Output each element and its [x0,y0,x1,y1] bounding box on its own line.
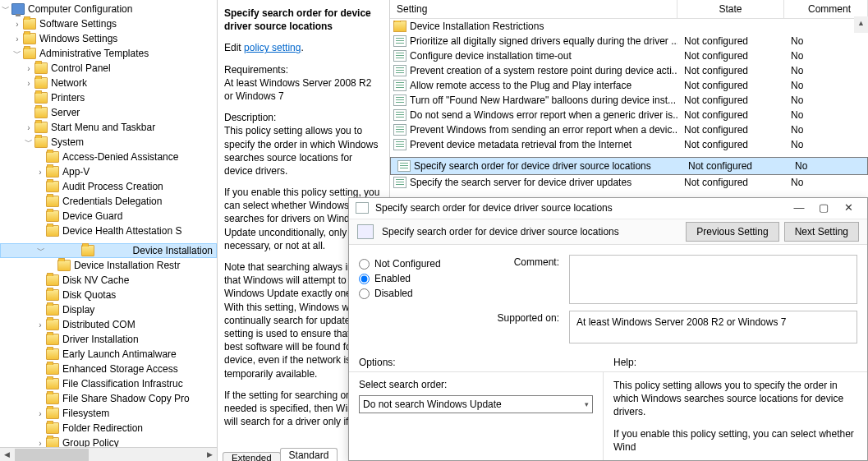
maximize-button[interactable]: ▢ [811,199,836,217]
previous-setting-button[interactable]: Previous Setting [686,222,778,242]
tree-item[interactable]: ›Distributed COM [0,317,217,332]
nav-tree[interactable]: ﹀Computer Configuration ›Software Settin… [0,0,218,461]
tree-item-selected[interactable]: ﹀Device Installation [0,243,217,258]
folder-icon [393,21,406,32]
list-row[interactable]: Device Installation Restrictions [390,19,868,34]
tree-item[interactable]: ›Software Settings [0,16,217,31]
tree-item[interactable]: Device Installation Restr [0,258,217,273]
tree-item[interactable]: Folder Redirection [0,421,217,436]
tree-item[interactable]: ›Control Panel [0,61,217,76]
search-order-select[interactable]: Do not search Windows Update▾ [359,395,593,413]
tree-item[interactable]: ﹀System [0,135,217,150]
tree-item[interactable]: File Share Shadow Copy Pro [0,391,217,406]
scroll-right-icon[interactable]: ▶ [203,448,217,462]
folder-icon [46,210,59,222]
folder-icon [46,422,59,434]
tree-item[interactable]: ﹀Administrative Templates [0,46,217,61]
list-row[interactable]: Prioritize all digitally signed drivers … [390,34,868,48]
folder-icon [46,304,59,316]
folder-icon [46,408,59,419]
dialog-titlebar[interactable]: Specify search order for device driver s… [349,198,867,219]
tree-item[interactable]: Audit Process Creation [0,179,217,194]
options-label: Options: [349,357,604,371]
list-row[interactable]: Allow remote access to the Plug and Play… [390,78,868,93]
tree-item[interactable]: Server [0,105,217,120]
policy-icon [357,224,374,239]
edit-policy-link[interactable]: policy setting [244,42,301,53]
tree-item[interactable]: Access-Denied Assistance [0,150,217,164]
folder-icon [34,136,48,148]
chevron-down-icon: ▾ [585,400,589,408]
tree-h-scrollbar[interactable]: ◀ ▶ [0,447,217,461]
tree-item[interactable]: ›App-V [0,164,217,179]
col-comment[interactable]: Comment [784,0,868,18]
tree-item[interactable]: File Classification Infrastruc [0,376,217,391]
tree-item[interactable]: Device Guard [0,209,217,224]
help-label: Help: [604,357,867,371]
tree-root[interactable]: ﹀Computer Configuration [0,2,217,16]
folder-icon [81,245,94,256]
tree-item[interactable]: Early Launch Antimalware [0,347,217,362]
folder-icon [23,33,36,44]
col-setting[interactable]: Setting [390,0,677,18]
radio-not-configured[interactable]: Not Configured [359,258,482,270]
policy-icon [393,177,406,188]
tree-item[interactable]: ›Network [0,76,217,90]
folder-icon [46,151,59,163]
col-state[interactable]: State [677,0,784,18]
tree-item[interactable]: ›Start Menu and Taskbar [0,120,217,135]
tree-item[interactable]: Device Health Attestation S [0,224,217,238]
folder-icon [23,48,36,59]
tab-extended[interactable]: Extended [223,452,281,461]
list-row[interactable]: Prevent creation of a system restore poi… [390,63,868,78]
list-row[interactable]: Turn off "Found New Hardware" balloons d… [390,93,868,108]
list-row[interactable]: Do not send a Windows error report when … [390,108,868,122]
folder-icon [46,319,59,330]
list-v-scrollbar[interactable]: ▲ [854,16,868,33]
tab-standard[interactable]: Standard [280,448,338,461]
radio-group: Not Configured Enabled Disabled [359,255,482,302]
scroll-up-icon[interactable]: ▲ [854,16,868,30]
folder-icon [23,18,36,30]
policy-icon [393,109,406,121]
policy-icon [393,124,406,136]
list-row[interactable]: Prevent device metadata retrieval from t… [390,137,868,152]
folder-icon [46,378,59,390]
tree-item[interactable]: Disk NV Cache [0,273,217,288]
folder-icon [46,274,59,286]
supported-text: At least Windows Server 2008 R2 or Windo… [569,311,857,343]
comment-textarea[interactable] [569,255,857,304]
folder-icon [34,122,48,133]
policy-icon [393,65,406,76]
tree-item[interactable]: Enhanced Storage Access [0,362,217,376]
tree-item[interactable]: Credentials Delegation [0,194,217,209]
tree-item[interactable]: ›Windows Settings [0,31,217,46]
radio-disabled[interactable]: Disabled [359,288,482,299]
list-row[interactable]: Specify search order for device driver s… [390,157,868,175]
scroll-left-icon[interactable]: ◀ [0,448,14,462]
close-button[interactable]: ✕ [836,199,861,217]
policy-icon [393,80,406,91]
next-setting-button[interactable]: Next Setting [784,222,859,242]
folder-icon [46,334,59,345]
list-header: Setting State Comment [390,0,868,19]
policy-title: Specify search order for device driver s… [224,7,383,33]
list-row[interactable]: Prevent Windows from sending an error re… [390,122,868,137]
tree-item[interactable]: Printers [0,90,217,105]
tree-item[interactable]: Disk Quotas [0,288,217,302]
folder-icon [46,225,59,237]
tree-item[interactable]: Display [0,302,217,317]
dialog-subtitle: Specify search order for device driver s… [382,226,681,237]
folder-icon [34,107,48,118]
scroll-thumb[interactable] [15,449,89,461]
folder-icon [57,260,71,271]
radio-enabled[interactable]: Enabled [359,273,482,284]
tree-item[interactable]: Driver Installation [0,332,217,347]
list-row[interactable]: Specify the search server for device dri… [390,175,868,190]
list-row[interactable]: Configure device installation time-outNo… [390,48,868,63]
folder-icon [46,181,59,192]
tree-item[interactable]: ›Filesystem [0,406,217,421]
select-order-label: Select search order: [359,379,593,390]
minimize-button[interactable]: — [787,199,811,217]
help-text: This policy setting allows you to specif… [604,372,867,460]
